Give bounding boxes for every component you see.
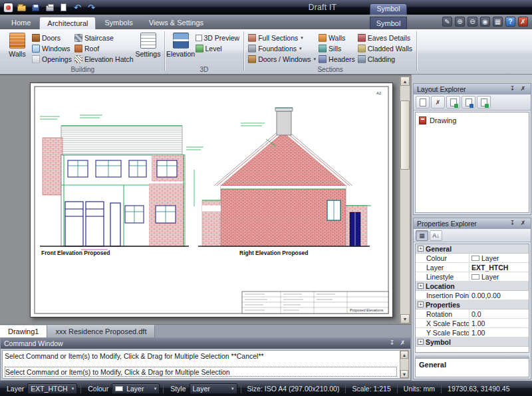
print-icon[interactable] [44, 2, 55, 13]
drawing-sheet[interactable]: A2 [30, 83, 393, 317]
prop-section-symbol[interactable]: + Symbol [416, 337, 529, 347]
command-line-current[interactable]: Select Command or Item(s) to Modify, Cli… [5, 367, 397, 377]
section-walls-button[interactable]: Walls [317, 33, 356, 43]
delete-layout-button[interactable]: ✗ [431, 96, 445, 108]
export-layout-button[interactable] [446, 96, 460, 108]
cladded-walls-button[interactable]: Cladded Walls [356, 43, 414, 54]
command-history[interactable]: Select Command or Item(s) to Modify, Cli… [2, 350, 409, 379]
level-button[interactable]: Level [194, 43, 241, 54]
new-page-icon[interactable] [58, 2, 69, 13]
prop-row-insertion-point[interactable]: Insertion Point 0.00,0.00 [416, 291, 529, 300]
tab-symbol-contextual[interactable]: Symbol [370, 17, 407, 29]
checkbox-icon[interactable] [196, 35, 202, 41]
vertical-scrollbar[interactable]: ▲ ▼ [400, 76, 410, 324]
sort-alphabetical-button[interactable]: A↓ [430, 230, 442, 241]
copy-layout-button[interactable] [477, 96, 491, 108]
style-dropdown[interactable]: Layer ▾ [190, 383, 237, 394]
drawing-viewport[interactable]: A2 [0, 75, 411, 324]
categorized-view-button[interactable]: ▦ [416, 230, 428, 241]
pin-icon[interactable]: ↧ [388, 339, 396, 347]
scroll-thumb[interactable] [400, 100, 410, 170]
foundations-button[interactable]: Foundations▾ [247, 43, 317, 54]
scroll-up-icon[interactable]: ▲ [400, 77, 410, 86]
pin-icon[interactable]: ↧ [508, 220, 517, 228]
doc-tab-drawing1[interactable]: Drawing1 [0, 325, 47, 337]
new-layout-button[interactable] [416, 96, 430, 108]
exit-icon[interactable]: ✗ [518, 17, 528, 27]
doors-windows-icon [248, 55, 256, 63]
scroll-down-icon[interactable]: ▼ [400, 370, 408, 378]
windows-button[interactable]: Windows [31, 43, 73, 54]
undo-icon[interactable]: ↶ [72, 2, 83, 13]
prop-row-colour[interactable]: Colour Layer [416, 254, 529, 263]
pin-icon[interactable]: ↧ [508, 85, 517, 93]
expand-icon[interactable]: + [418, 339, 424, 345]
headers-button[interactable]: Headers [317, 54, 356, 65]
full-sections-button[interactable]: Full Sections▾ [247, 33, 317, 43]
close-icon[interactable]: ✗ [398, 339, 407, 347]
settings-button[interactable]: Settings [135, 31, 162, 58]
expand-icon[interactable]: + [418, 283, 424, 289]
zoom-out-icon[interactable]: ⊖ [467, 17, 477, 27]
import-layout-button[interactable] [462, 96, 475, 108]
application-window: ↶ ↷ Draft IT Symbol Home Architectural S… [0, 0, 532, 396]
tab-views-settings[interactable]: Views & Settings [142, 17, 211, 29]
scroll-down-icon[interactable]: ▼ [400, 314, 410, 323]
tab-symbols[interactable]: Symbols [97, 17, 140, 29]
close-icon[interactable]: ✗ [519, 220, 527, 228]
tab-home[interactable]: Home [4, 17, 38, 29]
command-scrollbar[interactable]: ▲ ▼ [400, 350, 409, 379]
hatch-icon [74, 55, 82, 63]
3d-preview-checkbox[interactable]: 3D Preview [194, 33, 241, 43]
sills-button[interactable]: Sills [317, 43, 356, 54]
prop-row-rotation[interactable]: Rotation 0.0 [416, 309, 529, 319]
elevation-button[interactable]: Elevation [168, 31, 194, 58]
front-elevation: Front Elevation Proposed [40, 115, 189, 256]
pan-icon[interactable]: ◉ [480, 17, 490, 27]
layer-dropdown[interactable]: EXT_HTCH ▾ [27, 383, 77, 394]
app-logo-icon[interactable] [3, 3, 13, 13]
elevation-hatch-button[interactable]: Elevation Hatch [73, 54, 135, 65]
section-doors-windows-button[interactable]: Doors / Windows▾ [247, 54, 317, 65]
prop-section-properties[interactable]: + Properties [416, 300, 529, 309]
layout-item-drawing[interactable]: Drawing [419, 115, 525, 125]
properties-grid: + General Colour Layer Layer EXT_HTCH Li… [415, 244, 529, 353]
elevation-icon [173, 33, 189, 49]
expand-icon[interactable]: + [418, 301, 424, 307]
close-icon[interactable]: ✗ [519, 85, 527, 93]
redo-icon[interactable]: ↷ [86, 2, 97, 13]
pencil-icon[interactable]: ✎ [442, 17, 452, 27]
prop-row-yscale[interactable]: Y Scale Factor 1.00 [416, 328, 529, 337]
doors-button[interactable]: Doors [31, 33, 73, 43]
help-icon[interactable]: ? [505, 17, 515, 27]
level-icon [196, 45, 203, 53]
layout-explorer-panel: Layout Explorer ↧ ✗ ✗ Drawing [413, 83, 531, 215]
save-icon[interactable] [30, 2, 41, 13]
roof-button[interactable]: Roof [73, 43, 135, 54]
prop-row-linestyle[interactable]: Linestyle Layer [416, 272, 529, 282]
grid-icon[interactable]: ▦ [493, 17, 503, 27]
eaves-details-button[interactable]: Eaves Details [356, 33, 414, 43]
scroll-up-icon[interactable]: ▲ [400, 351, 408, 359]
contextual-group-header: Symbol [370, 3, 407, 15]
openings-button[interactable]: Openings [31, 54, 73, 65]
door-icon [32, 34, 40, 42]
tab-architectural[interactable]: Architectural [39, 17, 96, 29]
doc-tab-residence[interactable]: xxx Residence Proposed.dft [47, 325, 155, 337]
zoom-in-icon[interactable]: ⊕ [455, 17, 465, 27]
colour-label: Colour [84, 385, 112, 393]
staircase-button[interactable]: Staircase [73, 33, 135, 43]
annotation-marks [186, 147, 203, 206]
cladding-button[interactable]: Cladding [356, 54, 414, 65]
prop-row-xscale[interactable]: X Scale Factor 1.00 [416, 319, 529, 328]
walls-button[interactable]: Walls [4, 31, 31, 58]
expand-icon[interactable]: + [418, 246, 424, 252]
open-file-icon[interactable] [16, 2, 27, 13]
separator [397, 384, 398, 393]
cursor-coordinates: 19730.63, 31490.45 [445, 385, 512, 393]
prop-section-general[interactable]: + General [416, 244, 529, 254]
prop-row-layer[interactable]: Layer EXT_HTCH [416, 263, 529, 272]
layout-list: Drawing [415, 112, 529, 213]
prop-section-location[interactable]: + Location [416, 282, 529, 291]
colour-dropdown[interactable]: Layer ▾ [112, 383, 160, 394]
